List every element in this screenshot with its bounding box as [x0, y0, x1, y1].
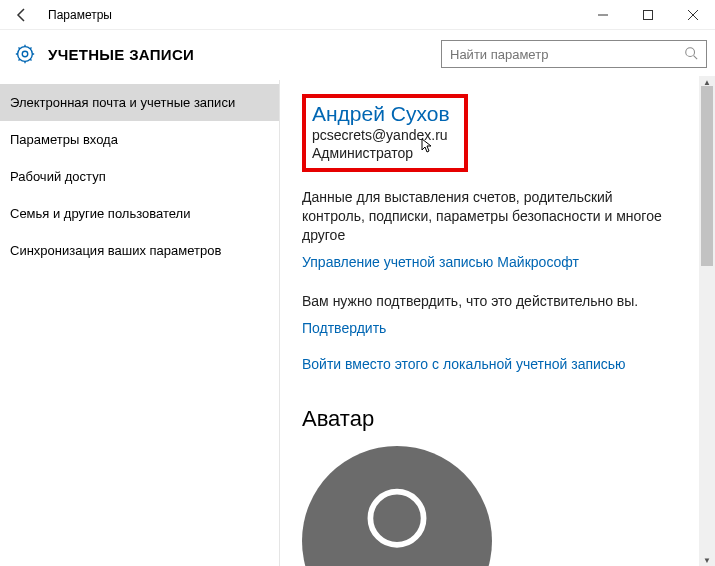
search-input[interactable]: [450, 47, 684, 62]
verify-description: Вам нужно подтвердить, что это действите…: [302, 292, 662, 311]
title-bar: Параметры: [0, 0, 715, 30]
sidebar: Электронная почта и учетные записи Парам…: [0, 80, 280, 566]
avatar-heading: Аватар: [302, 406, 695, 432]
manage-account-link[interactable]: Управление учетной записью Майкрософт: [302, 254, 579, 270]
user-name: Андрей Сухов: [312, 102, 450, 126]
billing-description: Данные для выставления счетов, родительс…: [302, 188, 662, 245]
scroll-thumb[interactable]: [701, 86, 713, 266]
window-controls: [580, 0, 715, 30]
close-button[interactable]: [670, 0, 715, 30]
sidebar-item-family-users[interactable]: Семья и другие пользователи: [0, 195, 279, 232]
svg-rect-1: [643, 10, 652, 19]
vertical-scrollbar[interactable]: ▲ ▼: [699, 76, 715, 566]
cursor-icon: [420, 138, 434, 157]
gear-icon: [14, 43, 36, 65]
search-box[interactable]: [441, 40, 707, 68]
svg-line-7: [694, 55, 698, 59]
svg-point-8: [302, 446, 492, 566]
maximize-button[interactable]: [625, 0, 670, 30]
sidebar-item-sync-settings[interactable]: Синхронизация ваших параметров: [0, 232, 279, 269]
page-title: УЧЕТНЫЕ ЗАПИСИ: [48, 46, 194, 63]
window-title: Параметры: [48, 8, 112, 22]
sidebar-item-signin-options[interactable]: Параметры входа: [0, 121, 279, 158]
content-area: Андрей Сухов pcsecrets@yandex.ru Админис…: [280, 80, 715, 566]
svg-point-5: [18, 47, 33, 62]
sidebar-item-work-access[interactable]: Рабочий доступ: [0, 158, 279, 195]
svg-point-4: [22, 51, 28, 57]
local-account-link[interactable]: Войти вместо этого с локальной учетной з…: [302, 356, 626, 372]
scroll-down-arrow[interactable]: ▼: [699, 554, 715, 566]
back-button[interactable]: [10, 3, 34, 27]
search-icon: [684, 46, 698, 63]
verify-link[interactable]: Подтвердить: [302, 320, 386, 336]
minimize-button[interactable]: [580, 0, 625, 30]
user-info-highlight: Андрей Сухов pcsecrets@yandex.ru Админис…: [302, 94, 468, 172]
sidebar-item-email-accounts[interactable]: Электронная почта и учетные записи: [0, 84, 279, 121]
avatar-image: [302, 446, 492, 566]
svg-point-6: [686, 47, 695, 56]
page-header: УЧЕТНЫЕ ЗАПИСИ: [0, 30, 715, 80]
